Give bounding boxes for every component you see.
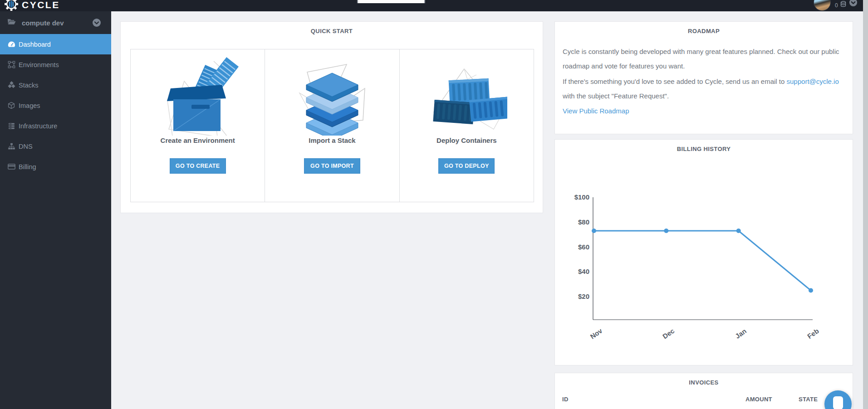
logo-text: CYCLE (22, 0, 60, 10)
chart-y-tick-labels: $100$80$60$40$20 (574, 193, 589, 300)
card-title: Import a Stack (309, 136, 355, 144)
sidebar-item-label: Dashboard (19, 41, 51, 48)
sidebar-item-label: Infrastructure (19, 122, 57, 130)
stack-layers-illustration (291, 53, 373, 136)
billing-data-points (592, 229, 813, 293)
sidebar-item-stacks[interactable]: Stacks (0, 75, 111, 95)
x-tick-label: Dec (661, 327, 676, 341)
account-chevron-down-icon[interactable] (849, 0, 858, 9)
sidebar-item-label: Billing (19, 163, 36, 170)
top-navbar: CYCLE 0 (0, 0, 868, 11)
sidebar: compute dev Dashboard (0, 11, 111, 409)
page-scrollbar[interactable] (863, 0, 868, 409)
invoices-column-amount: AMOUNT (745, 396, 772, 403)
sidebar-item-dns[interactable]: DNS (0, 136, 111, 156)
search-input[interactable] (357, 0, 425, 3)
data-point[interactable] (809, 288, 813, 293)
invoices-column-state: STATE (799, 396, 818, 403)
import-stack-card: Import a Stack GO TO IMPORT (265, 49, 399, 202)
data-point[interactable] (736, 229, 741, 233)
card-title: Deploy Containers (436, 136, 497, 144)
sitemap-icon (7, 143, 15, 150)
y-tick-label: $60 (578, 243, 589, 251)
go-to-create-button[interactable]: GO TO CREATE (170, 158, 226, 174)
go-to-import-button[interactable]: GO TO IMPORT (304, 158, 360, 174)
y-tick-label: $20 (578, 292, 589, 300)
x-tick-label: Feb (806, 327, 820, 340)
cycle-logo[interactable]: CYCLE (5, 0, 60, 13)
shipping-containers-illustration (426, 53, 507, 136)
sidebar-item-label: DNS (19, 143, 33, 150)
credits-count: 0 (835, 2, 838, 9)
frame-icon (7, 61, 15, 68)
hub-selector[interactable]: compute dev (0, 11, 111, 34)
billing-line-series (594, 231, 811, 291)
quick-start-cards: Create an Environment GO TO CREATE (130, 49, 534, 202)
billing-history-chart: $100$80$60$40$20 NovDecJanFeb (555, 140, 853, 366)
billing-history-panel: $100$80$60$40$20 NovDecJanFeb BILLING HI… (554, 139, 853, 365)
hub-chevron-down-icon[interactable] (92, 18, 101, 29)
invoices-panel: INVOICES ID AMOUNT STATE (554, 373, 853, 409)
invoices-table-header: ID AMOUNT STATE (562, 396, 846, 407)
x-tick-label: Nov (588, 326, 604, 341)
deploy-containers-card: Deploy Containers GO TO DEPLOY (400, 49, 534, 202)
gauge-icon (7, 40, 15, 48)
server-icon (7, 122, 15, 130)
view-public-roadmap-link[interactable]: View Public Roadmap (563, 107, 629, 115)
support-email-link[interactable]: support@cycle.io (787, 78, 839, 85)
data-point[interactable] (664, 229, 668, 233)
roadmap-paragraph-1: Cycle is constantly being developed with… (563, 44, 845, 73)
x-tick-label: Jan (734, 327, 748, 340)
chat-launcher-button[interactable] (824, 390, 852, 409)
invoices-column-id: ID (562, 396, 569, 403)
y-tick-label: $40 (578, 268, 589, 275)
sidebar-item-infrastructure[interactable]: Infrastructure (0, 116, 111, 136)
invoices-title: INVOICES (555, 373, 853, 386)
sidebar-item-dashboard[interactable]: Dashboard (0, 34, 111, 54)
roadmap-paragraph-2: If there's something you'd love to see a… (563, 74, 845, 103)
sidebar-item-images[interactable]: Images (0, 95, 111, 116)
quick-start-panel: QUICK START (120, 21, 543, 213)
credits-indicator[interactable]: 0 (835, 1, 846, 10)
credit-card-icon (7, 163, 15, 170)
create-environment-card: Create an Environment GO TO CREATE (131, 49, 265, 202)
sidebar-item-label: Stacks (19, 82, 39, 89)
hub-label: compute dev (22, 19, 64, 27)
environment-box-illustration (157, 53, 239, 136)
folder-open-icon (7, 18, 16, 27)
roadmap-title: ROADMAP (555, 22, 853, 34)
gear-logo-icon (5, 0, 18, 13)
sidebar-item-label: Environments (19, 61, 59, 68)
cube-icon (7, 102, 15, 109)
roadmap-body: Cycle is constantly being developed with… (555, 34, 853, 115)
sidebar-item-billing[interactable]: Billing (0, 156, 111, 177)
y-tick-label: $80 (578, 218, 589, 226)
quick-start-title: QUICK START (121, 22, 543, 34)
data-point[interactable] (592, 229, 596, 233)
roadmap-paragraph-2-text: If there's something you'd love to see a… (563, 78, 787, 85)
sidebar-item-label: Images (19, 102, 40, 109)
y-tick-label: $100 (574, 193, 589, 201)
chart-x-tick-labels: NovDecJanFeb (588, 326, 820, 341)
coins-icon (840, 1, 846, 10)
cubes-icon (7, 81, 15, 89)
sidebar-item-environments[interactable]: Environments (0, 54, 111, 75)
go-to-deploy-button[interactable]: GO TO DEPLOY (438, 158, 495, 174)
user-avatar[interactable] (814, 0, 831, 11)
card-title: Create an Environment (161, 136, 235, 144)
messenger-icon (824, 390, 852, 409)
roadmap-paragraph-2-text-after: with the subject "Feature Request". (563, 92, 669, 100)
roadmap-panel: ROADMAP Cycle is constantly being develo… (554, 21, 853, 134)
